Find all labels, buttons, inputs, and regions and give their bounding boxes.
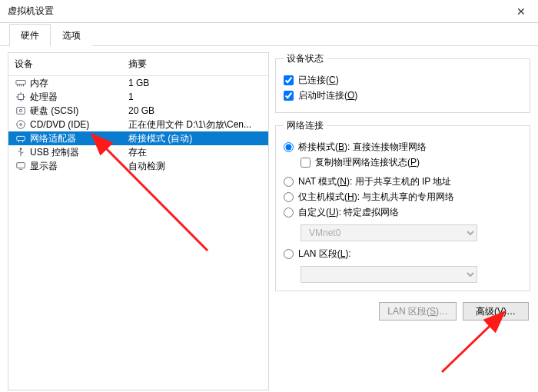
device-list: 内存1 GB处理器1硬盘 (SCSI)20 GBCD/DVD (IDE)正在使用… — [8, 76, 268, 173]
memory-icon — [15, 77, 27, 89]
connected-checkbox[interactable] — [284, 75, 294, 85]
lan-segment-select — [301, 266, 477, 283]
cd-icon — [15, 118, 27, 131]
lan-segments-button: LAN 区段(S)… — [379, 302, 457, 321]
device-name: 硬盘 (SCSI) — [30, 105, 128, 118]
device-row[interactable]: CD/DVD (IDE)正在使用文件 D:\1\勿放\Cen... — [8, 118, 268, 131]
connected-checkbox-row[interactable]: 已连接(C) — [284, 74, 522, 87]
device-name: 内存 — [30, 77, 128, 90]
device-summary: 1 GB — [128, 78, 262, 88]
device-summary: 自动检测 — [128, 160, 262, 173]
column-header-summary: 摘要 — [128, 58, 262, 71]
device-row[interactable]: 处理器1 — [8, 90, 268, 104]
svg-line-19 — [18, 151, 22, 152]
hostonly-label: 仅主机模式(H): 与主机共享的专用网络 — [298, 191, 454, 204]
device-summary: 存在 — [128, 146, 262, 159]
network-connection-group: 网络连接 桥接模式(B): 直接连接物理网络 复制物理网络连接状态(P) NAT… — [275, 119, 530, 291]
device-row[interactable]: USB 控制器存在 — [8, 145, 268, 159]
tab-options[interactable]: 选项 — [51, 24, 92, 46]
replicate-checkbox-row[interactable]: 复制物理网络连接状态(P) — [301, 156, 522, 169]
bridged-radio-row[interactable]: 桥接模式(B): 直接连接物理网络 — [284, 141, 522, 154]
usb-icon — [15, 146, 27, 158]
svg-point-11 — [19, 109, 22, 112]
device-name: 显示器 — [30, 160, 128, 173]
nat-label: NAT 模式(N): 用于共享主机的 IP 地址 — [298, 175, 451, 188]
lan-segment-radio[interactable] — [284, 249, 294, 259]
window-close-button[interactable]: ✕ — [504, 0, 538, 23]
svg-rect-10 — [17, 108, 25, 115]
custom-label: 自定义(U): 特定虚拟网络 — [298, 206, 399, 219]
svg-rect-5 — [18, 95, 24, 100]
advanced-button[interactable]: 高级(V)… — [463, 302, 529, 321]
device-summary: 20 GB — [128, 105, 262, 116]
connect-at-power-label: 启动时连接(O) — [298, 89, 357, 102]
connected-label: 已连接(C) — [298, 74, 339, 87]
custom-vmnet-select: VMnet0 — [301, 224, 477, 241]
lan-segment-label: LAN 区段(L): — [298, 247, 351, 261]
svg-rect-0 — [16, 81, 25, 85]
device-name: USB 控制器 — [30, 146, 128, 159]
replicate-label: 复制物理网络连接状态(P) — [315, 156, 420, 169]
tab-hardware[interactable]: 硬件 — [9, 24, 51, 46]
display-icon — [15, 160, 27, 172]
svg-rect-14 — [17, 136, 25, 140]
device-status-legend: 设备状态 — [284, 52, 327, 65]
connect-at-power-checkbox[interactable] — [284, 91, 294, 101]
hostonly-radio-row[interactable]: 仅主机模式(H): 与主机共享的专用网络 — [284, 191, 522, 204]
column-header-device: 设备 — [15, 58, 128, 71]
tab-strip: 硬件 选项 — [0, 23, 538, 46]
device-name: 处理器 — [30, 91, 128, 104]
bridged-radio[interactable] — [284, 142, 294, 152]
buttons-row: LAN 区段(S)… 高级(V)… — [275, 297, 530, 325]
cpu-icon — [15, 91, 27, 103]
custom-radio[interactable] — [284, 208, 294, 218]
disk-icon — [15, 105, 27, 117]
device-summary: 正在使用文件 D:\1\勿放\Cen... — [128, 118, 262, 131]
titlebar: 虚拟机设置 ✕ — [0, 0, 538, 23]
close-icon: ✕ — [516, 5, 526, 18]
device-name: CD/DVD (IDE) — [30, 119, 128, 130]
device-list-pane: 设备 摘要 内存1 GB处理器1硬盘 (SCSI)20 GBCD/DVD (ID… — [8, 52, 269, 390]
device-row[interactable]: 网络适配器桥接模式 (自动) — [8, 131, 268, 145]
device-row[interactable]: 内存1 GB — [8, 76, 268, 90]
device-row[interactable]: 显示器自动检测 — [8, 159, 268, 173]
svg-point-18 — [20, 148, 22, 150]
device-list-header: 设备 摘要 — [8, 53, 268, 76]
device-status-group: 设备状态 已连接(C) 启动时连接(O) — [275, 52, 530, 113]
svg-rect-21 — [17, 163, 25, 168]
network-icon — [15, 132, 27, 145]
custom-radio-row[interactable]: 自定义(U): 特定虚拟网络 — [284, 206, 522, 219]
window-title: 虚拟机设置 — [8, 5, 54, 18]
device-summary: 桥接模式 (自动) — [128, 132, 262, 145]
network-connection-legend: 网络连接 — [284, 119, 327, 132]
replicate-checkbox[interactable] — [301, 158, 311, 168]
content-area: 设备 摘要 内存1 GB处理器1硬盘 (SCSI)20 GBCD/DVD (ID… — [0, 46, 538, 390]
device-name: 网络适配器 — [30, 132, 128, 145]
svg-point-13 — [20, 124, 22, 126]
device-row[interactable]: 硬盘 (SCSI)20 GB — [8, 104, 268, 118]
lan-segment-radio-row[interactable]: LAN 区段(L): — [284, 247, 522, 261]
connect-at-power-checkbox-row[interactable]: 启动时连接(O) — [284, 89, 522, 102]
device-summary: 1 — [128, 91, 262, 102]
nat-radio-row[interactable]: NAT 模式(N): 用于共享主机的 IP 地址 — [284, 175, 522, 188]
bridged-label: 桥接模式(B): 直接连接物理网络 — [298, 141, 427, 154]
svg-line-20 — [21, 152, 24, 154]
settings-pane: 设备状态 已连接(C) 启动时连接(O) 网络连接 桥接模式(B): 直接连接物… — [275, 52, 530, 390]
svg-point-12 — [17, 121, 25, 129]
nat-radio[interactable] — [284, 177, 294, 187]
hostonly-radio[interactable] — [284, 192, 294, 202]
